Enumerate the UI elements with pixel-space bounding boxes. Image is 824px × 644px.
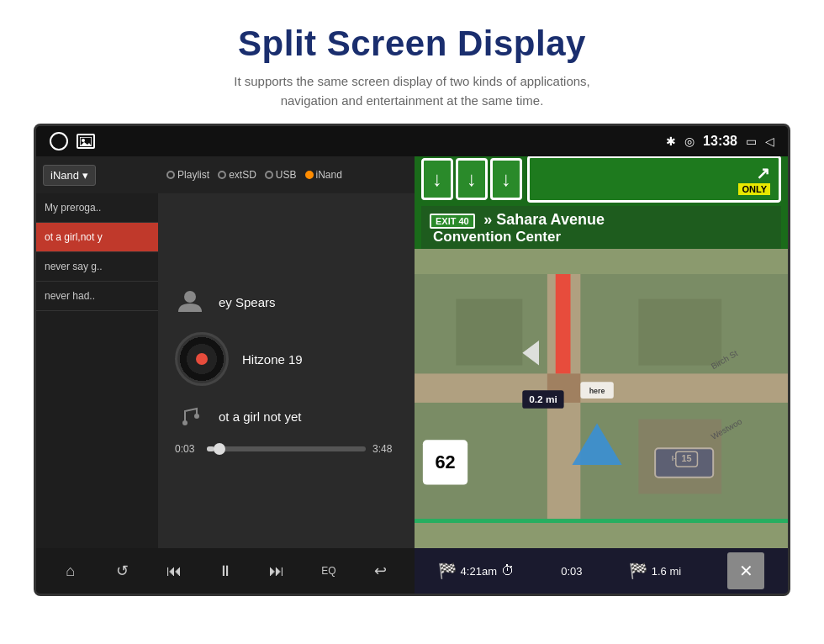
source-bar: iNand ▾ Playlist extSD USB — [36, 156, 415, 193]
repeat-button[interactable]: ↺ — [105, 554, 139, 588]
progress-thumb — [214, 443, 225, 455]
source-inand[interactable]: iNand — [305, 169, 342, 181]
source-dropdown-label: iNand — [50, 169, 79, 182]
svg-text:0.2 mi: 0.2 mi — [529, 393, 557, 405]
next-button[interactable]: ⏭ — [260, 554, 293, 588]
source-options: Playlist extSD USB iNand — [101, 169, 408, 181]
checkered-flag-start: 🏁 — [438, 562, 457, 580]
album-row: Hitzone 19 — [175, 332, 303, 386]
track-info: ey Spears Hitzone 19 — [166, 287, 406, 431]
circle-icon — [50, 132, 68, 150]
svg-rect-23 — [638, 299, 721, 366]
vinyl-disc — [175, 332, 229, 386]
svg-point-4 — [194, 414, 199, 419]
checkered-flag-end: 🏁 — [629, 562, 647, 580]
sahara-sign-arrow: ↗ — [756, 163, 770, 183]
svg-rect-9 — [556, 274, 571, 373]
arrival-time-item: 🏁 4:21am ⏱ — [438, 562, 515, 580]
svg-rect-24 — [638, 420, 721, 494]
artist-row: ey Spears — [175, 287, 276, 317]
time-elapsed: 0:03 — [175, 443, 200, 455]
album-name: Hitzone 19 — [242, 352, 303, 367]
status-right: ✱ ◎ 13:38 ▭ ◁ — [666, 134, 774, 149]
vinyl-center — [196, 353, 208, 365]
device-frame: ✱ ◎ 13:38 ▭ ◁ iNand ▾ Playlist — [34, 124, 790, 596]
bluetooth-icon: ✱ — [666, 135, 676, 148]
progress-bar[interactable] — [207, 446, 366, 451]
svg-rect-27 — [415, 519, 788, 523]
svg-rect-22 — [456, 299, 522, 366]
nav-bottom-bar: 🏁 4:21am ⏱ 0:03 🏁 1.6 mi ✕ — [415, 548, 788, 594]
status-left — [50, 132, 95, 150]
music-content: My preroga.. ot a girl,not y never say g… — [36, 193, 415, 548]
arrival-time: 4:21am — [461, 565, 497, 578]
source-playlist[interactable]: Playlist — [166, 169, 209, 181]
playlist-item-2[interactable]: never say g.. — [36, 252, 158, 282]
map-svg: here 0.2 mi 62 I-15 15 — [415, 249, 788, 548]
image-icon — [77, 134, 95, 149]
highway-signs: ↓ ↓ ↓ ↗ ONLY EX — [415, 156, 788, 249]
svg-point-3 — [182, 420, 188, 425]
clock-icon: ⏱ — [501, 563, 515, 578]
close-nav-button[interactable]: ✕ — [727, 552, 764, 589]
svg-text:62: 62 — [435, 451, 455, 472]
split-screen: iNand ▾ Playlist extSD USB — [36, 156, 788, 594]
artist-name: ey Spears — [219, 295, 276, 309]
remaining-distance-item: 🏁 1.6 mi — [629, 562, 681, 580]
playlist-item-1[interactable]: ot a girl,not y — [36, 223, 158, 252]
exit-sign: EXIT 40 — [430, 214, 475, 229]
playlist-item-3[interactable]: never had.. — [36, 282, 158, 311]
exit-label: » Sahara Avenue — [483, 211, 605, 228]
status-bar: ✱ ◎ 13:38 ▭ ◁ — [36, 126, 788, 156]
source-dropdown[interactable]: iNand ▾ — [43, 165, 96, 186]
artist-icon — [175, 287, 205, 317]
music-note-icon — [175, 401, 205, 431]
radio-dot-playlist — [166, 171, 175, 179]
playlist-sidebar: My preroga.. ot a girl,not y never say g… — [36, 193, 158, 548]
back-icon: ◁ — [765, 135, 774, 148]
window-icon: ▭ — [746, 135, 757, 148]
remaining-distance: 1.6 mi — [652, 565, 681, 578]
close-nav-label: ✕ — [739, 561, 753, 581]
elapsed-time: 0:03 — [561, 565, 582, 578]
play-pause-button[interactable]: ⏸ — [209, 554, 242, 588]
page-header: Split Screen Display It supports the sam… — [0, 0, 824, 124]
radio-dot-extsd — [218, 171, 226, 179]
map-area: here 0.2 mi 62 I-15 15 — [415, 249, 788, 548]
home-button[interactable]: ⌂ — [54, 554, 87, 588]
source-usb[interactable]: USB — [265, 169, 297, 181]
prev-button[interactable]: ⏮ — [157, 554, 191, 588]
track-name: ot a girl not yet — [219, 409, 301, 424]
player-area: ey Spears Hitzone 19 — [158, 193, 415, 548]
dropdown-arrow-icon: ▾ — [82, 169, 88, 182]
convention-center: Convention Center — [430, 229, 773, 245]
elapsed-time-item: 0:03 — [561, 565, 582, 578]
back-button[interactable]: ↩ — [363, 554, 397, 588]
status-time: 13:38 — [703, 134, 737, 149]
radio-dot-inand — [305, 171, 314, 179]
location-icon: ◎ — [684, 135, 695, 148]
svg-text:here: here — [589, 387, 605, 395]
nav-panel: ↓ ↓ ↓ ↗ ONLY EX — [415, 156, 788, 594]
source-extsd[interactable]: extSD — [218, 169, 256, 181]
transport-bar: ⌂ ↺ ⏮ ⏸ ⏭ EQ ↩ — [36, 548, 415, 594]
playlist-item-0[interactable]: My preroga.. — [36, 193, 158, 223]
time-total: 3:48 — [372, 443, 398, 455]
eq-button[interactable]: EQ — [312, 554, 346, 588]
radio-dot-usb — [265, 171, 273, 179]
page-subtitle: It supports the same screen display of t… — [0, 72, 824, 110]
svg-point-1 — [82, 139, 85, 142]
progress-section: 0:03 3:48 — [166, 443, 406, 455]
svg-point-2 — [184, 291, 196, 303]
page-title: Split Screen Display — [0, 24, 824, 64]
music-panel: iNand ▾ Playlist extSD USB — [36, 156, 415, 594]
track-row: ot a girl not yet — [175, 401, 301, 431]
only-badge: ONLY — [738, 183, 770, 195]
